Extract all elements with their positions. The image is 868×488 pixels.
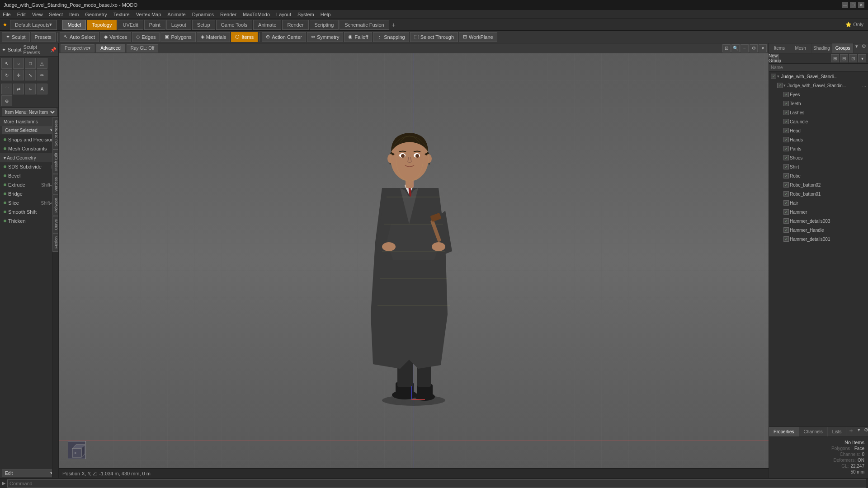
minimize-button[interactable]: — — [842, 2, 848, 8]
menu-item[interactable]: Item — [69, 12, 79, 17]
vtab-vertices[interactable]: Vertices — [52, 174, 58, 195]
menu-select[interactable]: Select — [49, 12, 63, 17]
tab-model[interactable]: Model — [62, 20, 86, 30]
vtab-curve[interactable]: Curve — [52, 216, 58, 233]
tree-item-hair[interactable]: ✓ Hair — [769, 198, 868, 207]
presets-button[interactable]: Presets — [31, 32, 56, 42]
tree-check-shoes[interactable]: ✓ — [783, 155, 789, 160]
slice-item[interactable]: Slice Shift-C — [0, 198, 58, 207]
tree-item-hands[interactable]: ✓ Hands — [769, 135, 868, 144]
tree-check-hammer-handle[interactable]: ✓ — [783, 227, 789, 233]
tool-tri-icon[interactable]: △ — [37, 58, 47, 69]
tree-check-lashes[interactable]: ✓ — [783, 110, 789, 115]
tree-check-hair[interactable]: ✓ — [783, 200, 789, 206]
presets-label[interactable]: Sculpt Presets — [24, 44, 47, 55]
tree-check-shirt[interactable]: ✓ — [783, 164, 789, 169]
tool-text-icon[interactable]: A — [37, 84, 47, 94]
menu-file[interactable]: File — [3, 12, 11, 17]
menu-render[interactable]: Render — [220, 12, 236, 17]
perspective-button[interactable]: Perspective ▾ — [61, 44, 94, 52]
panel-settings-icon[interactable]: ⚙ — [860, 43, 868, 53]
tree-check-pants[interactable]: ✓ — [783, 146, 789, 151]
menu-view[interactable]: View — [32, 12, 43, 17]
scene-tree[interactable]: ✓ ▾ Judge_with_Gavel_Standi... ✓ ▾ Judge… — [769, 72, 868, 427]
ptab-expand-icon[interactable]: ▾ — [856, 427, 862, 436]
menu-vertexmap[interactable]: Vertex Map — [136, 12, 161, 17]
tool-rotate-icon[interactable]: ↻ — [1, 70, 12, 80]
workplane-button[interactable]: ⊞ WorkPlane — [459, 32, 497, 42]
tree-item-robe-btn01[interactable]: ✓ Robe_button01 — [769, 189, 868, 198]
new-group-button[interactable]: New Group — [771, 54, 779, 62]
tab-mesh[interactable]: Mesh — [790, 43, 811, 53]
vtab-sculpt-presets[interactable]: Sculpt Presets — [52, 117, 58, 150]
add-geometry-header[interactable]: ▾ Add Geometry — [0, 153, 58, 162]
tree-check-robe[interactable]: ✓ — [783, 173, 789, 178]
symmetry-button[interactable]: ⇔ Symmetry — [307, 32, 344, 42]
ptab-add-button[interactable]: + — [846, 427, 855, 436]
tree-item-lashes[interactable]: ✓ Lashes — [769, 108, 868, 117]
vtab-mesh-edit[interactable]: Mesh Edit — [52, 150, 58, 174]
menu-help[interactable]: Help — [321, 12, 331, 17]
tree-item-robe-btn02[interactable]: ✓ Robe_button02 — [769, 180, 868, 189]
vtab-polygon[interactable]: Polygon — [52, 195, 58, 216]
tool-scale-icon[interactable]: ⤡ — [25, 70, 36, 80]
vp-zoom-out-icon[interactable]: − — [741, 44, 749, 52]
tree-item-eyes[interactable]: ✓ Eyes — [769, 90, 868, 99]
sculpt-button[interactable]: ✦ Sculpt — [2, 32, 30, 42]
tree-check-caruncle[interactable]: ✓ — [783, 119, 789, 124]
panel-expand-icon[interactable]: ▾ — [854, 43, 860, 53]
tool-magnet-icon[interactable]: ⤷ — [25, 84, 36, 94]
tree-check-head[interactable]: ✓ — [783, 128, 789, 133]
tree-check-teeth[interactable]: ✓ — [783, 101, 789, 106]
menu-texture[interactable]: Texture — [113, 12, 130, 17]
tab-layout[interactable]: Layout — [166, 20, 191, 30]
menu-system[interactable]: System — [297, 12, 314, 17]
ptab-properties[interactable]: Properties — [769, 427, 799, 436]
auto-select-button[interactable]: ↖ Auto Select — [60, 32, 99, 42]
maximize-button[interactable]: □ — [850, 2, 856, 8]
tab-render[interactable]: Render — [282, 20, 308, 30]
tool-arc-icon[interactable]: ⌒ — [1, 84, 12, 94]
tree-item-hammer[interactable]: ✓ Hammer — [769, 207, 868, 216]
rpt-icon-1[interactable]: ⊞ — [831, 54, 839, 62]
tool-pen-icon[interactable]: ✏ — [37, 70, 47, 80]
tab-groups[interactable]: Groups — [832, 43, 854, 53]
tool-select-icon[interactable]: ↖ — [1, 58, 12, 69]
vp-settings-icon[interactable]: ⚙ — [750, 44, 758, 52]
menu-animate[interactable]: Animate — [167, 12, 185, 17]
add-tab-button[interactable]: + — [392, 21, 396, 28]
menu-layout[interactable]: Layout — [276, 12, 291, 17]
vp-extra-icon[interactable]: ▾ — [759, 44, 767, 52]
tool-mirror-icon[interactable]: ⇄ — [13, 84, 24, 94]
advanced-button[interactable]: Advanced — [96, 44, 124, 52]
presets-pin-icon[interactable]: 📌 — [50, 47, 57, 53]
view-cube[interactable]: F — [68, 441, 86, 459]
edges-button[interactable]: ◇ Edges — [132, 32, 160, 42]
tree-check-hammer-d001[interactable]: ✓ — [783, 236, 789, 242]
command-input[interactable] — [7, 479, 866, 488]
tab-uvedit[interactable]: UVEdit — [118, 20, 143, 30]
ptab-channels[interactable]: Channels — [799, 427, 828, 436]
tool-move-icon[interactable]: ✛ — [13, 70, 24, 80]
tree-check-hammer-d003[interactable]: ✓ — [783, 218, 789, 224]
ptab-settings-icon[interactable]: ⚙ — [862, 427, 868, 436]
tree-check-root[interactable]: ✓ — [771, 74, 776, 79]
menu-maxtomodo[interactable]: MaxToModo — [243, 12, 270, 17]
default-layouts-dropdown[interactable]: Default Layouts ▾ — [10, 20, 57, 30]
viewport-canvas[interactable]: F — [59, 53, 769, 468]
item-menu-dropdown[interactable]: Item Menu: New Item — [2, 108, 57, 116]
select-through-button[interactable]: ⬚ Select Through — [410, 32, 458, 42]
tree-item-teeth[interactable]: ✓ Teeth — [769, 99, 868, 108]
cmd-arrow-icon[interactable]: ▶ — [2, 480, 5, 486]
tab-setup[interactable]: Setup — [192, 20, 215, 30]
tree-item-shoes[interactable]: ✓ Shoes — [769, 153, 868, 162]
ray-gl-button[interactable]: Ray GL: Off — [127, 44, 159, 52]
tree-item-hammer-d003[interactable]: ✓ Hammer_details003 — [769, 216, 868, 225]
action-center-button[interactable]: ⊕ Action Center — [262, 32, 306, 42]
vtab-fusion[interactable]: Fusion — [52, 233, 58, 252]
bevel-item[interactable]: Bevel B — [0, 171, 58, 180]
rpt-icon-4[interactable]: ▾ — [858, 54, 866, 62]
tab-scripting[interactable]: Scripting — [310, 20, 339, 30]
tree-root-item[interactable]: ✓ ▾ Judge_with_Gavel_Standi... — [769, 72, 868, 81]
snapping-button[interactable]: ⋮ Snapping — [373, 32, 409, 42]
